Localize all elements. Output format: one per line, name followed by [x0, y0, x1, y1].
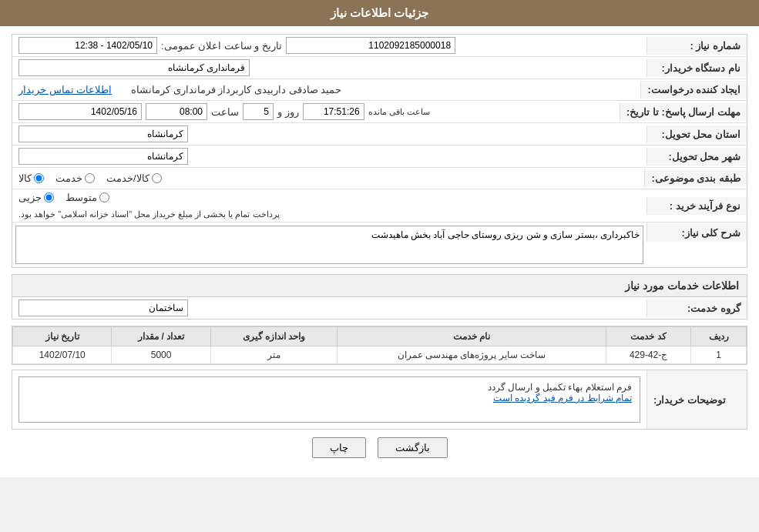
category-kala-label: کالا: [18, 172, 32, 184]
purchase-jozi-radio[interactable]: [44, 192, 54, 202]
col-unit: واحد اندازه گیری: [210, 327, 337, 346]
service-group-section: گروه خدمت:: [12, 297, 747, 320]
deadline-time-input[interactable]: [146, 103, 207, 120]
col-date: تاریخ نیاز: [13, 327, 112, 346]
col-qty: تعداد / مقدار: [112, 327, 210, 346]
deadline-days-input[interactable]: [243, 103, 274, 120]
back-button[interactable]: بازگشت: [378, 437, 448, 458]
buyer-notes-row: توضیحات خریدار: فرم استعلام بهاء تکمیل و…: [12, 370, 747, 429]
buyer-notes-line1: فرم استعلام بهاء تکمیل و ارسال گردد: [27, 382, 632, 393]
cell-date: 1402/07/10: [13, 346, 112, 364]
city-input[interactable]: [18, 148, 188, 165]
category-khedmat-label: خدمت: [55, 172, 82, 184]
category-value-cell: کالا/خدمت خدمت کالا: [12, 170, 644, 186]
buyer-notes-content: فرم استعلام بهاء تکمیل و ارسال گردد تمام…: [18, 376, 640, 423]
province-value-cell: [12, 123, 646, 145]
deadline-time-label: ساعت: [211, 106, 239, 118]
category-kala-khedmat-label: کالا/خدمت: [106, 172, 149, 184]
category-khedmat-radio[interactable]: [85, 173, 95, 183]
service-group-value-cell: [12, 297, 646, 319]
row-need-desc: شرح کلی نیاز: خاکبرداری ،بستر سازی و شن …: [12, 223, 747, 267]
col-row: ردیف: [691, 327, 747, 346]
cell-name: ساخت سایر پروژه‌های مهندسی عمران: [338, 346, 606, 364]
contact-link[interactable]: اطلاعات تماس خریدار: [18, 84, 112, 95]
page-title: جزئیات اطلاعات نیاز: [331, 6, 428, 19]
row-deadline: مهلت ارسال پاسخ: تا تاریخ: ساعت باقی مان…: [12, 101, 747, 123]
purchase-motevaset-label: متوسط: [65, 192, 97, 203]
deadline-days-label: روز و: [277, 106, 299, 118]
col-code: کد خدمت: [606, 327, 691, 346]
deadline-label: مهلت ارسال پاسخ: تا تاریخ:: [620, 103, 747, 121]
province-input[interactable]: [18, 125, 188, 142]
city-value-cell: [12, 146, 646, 167]
main-content: شماره نیاز : تاریخ و ساعت اعلان عمومی: ن…: [0, 26, 759, 477]
buyer-notes-label: توضیحات خریدار:: [646, 370, 747, 429]
province-label: استان محل تحویل:: [646, 125, 747, 143]
need-number-label: شماره نیاز :: [646, 37, 747, 55]
need-number-input[interactable]: [286, 37, 455, 54]
table-row: 1 ج-42-429 ساخت سایر پروژه‌های مهندسی عم…: [13, 346, 747, 364]
row-city: شهر محل تحویل:: [12, 146, 747, 168]
category-kala-radio[interactable]: [34, 173, 44, 183]
category-khedmat-item: خدمت: [55, 172, 95, 184]
row-buyer-name: نام دستگاه خریدار:: [12, 57, 747, 79]
purchase-motevaset-item: متوسط: [65, 192, 109, 203]
services-table-section: ردیف کد خدمت نام خدمت واحد اندازه گیری ت…: [12, 326, 747, 365]
buyer-name-input[interactable]: [18, 59, 250, 76]
row-creator: ایجاد کننده درخواست: حمید صادقی داربیدی …: [12, 79, 747, 101]
row-category: طبقه بندی موضوعی: کالا/خدمت خدمت: [12, 168, 747, 189]
row-need-number: شماره نیاز : تاریخ و ساعت اعلان عمومی:: [12, 35, 747, 57]
announce-label: تاریخ و ساعت اعلان عمومی:: [161, 40, 282, 52]
buyer-notes-line2: تمام شرایط در فرم فید گردیده است: [27, 393, 632, 403]
need-desc-label: شرح کلی نیاز:: [646, 223, 747, 242]
category-label: طبقه بندی موضوعی:: [644, 169, 747, 187]
buttons-row: بازگشت چاپ: [12, 437, 747, 470]
purchase-radio-group: متوسط جزیی: [18, 192, 109, 203]
creator-value: حمید صادقی داربیدی کاربرداز فرمانداری کر…: [131, 84, 341, 95]
category-kala-khedmat-radio[interactable]: [152, 173, 162, 183]
category-kala-khedmat-item: کالا/خدمت: [106, 172, 162, 184]
page-wrapper: جزئیات اطلاعات نیاز شماره نیاز : تاریخ و…: [0, 0, 759, 477]
deadline-value-cell: ساعت باقی مانده روز و ساعت: [12, 101, 620, 122]
page-header: جزئیات اطلاعات نیاز: [0, 0, 759, 26]
services-title: اطلاعات خدمات مورد نیاز: [12, 274, 747, 297]
purchase-type-label: نوع فرآیند خرید :: [646, 197, 747, 215]
deadline-remaining-input[interactable]: [303, 103, 364, 120]
need-number-value-cell: تاریخ و ساعت اعلان عمومی:: [12, 35, 646, 56]
buyer-name-value-cell: [12, 57, 646, 79]
purchase-info: پرداخت تمام یا بخشی از مبلغ خریداز محل "…: [18, 209, 280, 219]
purchase-type-value-cell: متوسط جزیی پرداخت تمام یا بخشی از مبلغ خ…: [12, 189, 646, 222]
cell-unit: متر: [210, 346, 337, 364]
row-purchase-type: نوع فرآیند خرید : متوسط جزیی پرداخت تمام…: [12, 189, 747, 223]
row-service-group: گروه خدمت:: [12, 297, 747, 319]
need-desc-value-cell: خاکبرداری ،بستر سازی و شن ریزی روستای حا…: [12, 223, 646, 267]
cell-code: ج-42-429: [606, 346, 691, 364]
cell-qty: 5000: [112, 346, 210, 364]
creator-label: ایجاد کننده درخواست:: [640, 81, 747, 99]
deadline-remaining-label: ساعت باقی مانده: [368, 107, 430, 117]
buyer-name-label: نام دستگاه خریدار:: [646, 59, 747, 77]
buyer-notes-content-wrapper: فرم استعلام بهاء تکمیل و ارسال گردد تمام…: [12, 370, 646, 429]
service-group-input[interactable]: [18, 299, 188, 316]
purchase-jozi-item: جزیی: [18, 192, 54, 203]
announce-date-input[interactable]: [18, 37, 157, 54]
col-name: نام خدمت: [338, 327, 606, 346]
service-group-label: گروه خدمت:: [646, 299, 747, 317]
main-form: شماره نیاز : تاریخ و ساعت اعلان عمومی: ن…: [12, 34, 747, 268]
purchase-jozi-label: جزیی: [18, 192, 42, 203]
purchase-motevaset-radio[interactable]: [99, 192, 109, 202]
print-button[interactable]: چاپ: [312, 437, 366, 458]
city-label: شهر محل تحویل:: [646, 148, 747, 166]
row-province: استان محل تحویل:: [12, 123, 747, 146]
services-table: ردیف کد خدمت نام خدمت واحد اندازه گیری ت…: [12, 326, 747, 364]
category-kala-item: کالا: [18, 172, 44, 184]
need-desc-textarea[interactable]: خاکبرداری ،بستر سازی و شن ریزی روستای حا…: [15, 226, 643, 264]
deadline-date-input[interactable]: [18, 103, 142, 120]
category-radio-group: کالا/خدمت خدمت کالا: [18, 172, 162, 184]
cell-row: 1: [691, 346, 747, 364]
buyer-notes-section: توضیحات خریدار: فرم استعلام بهاء تکمیل و…: [12, 370, 747, 430]
creator-value-cell: حمید صادقی داربیدی کاربرداز فرمانداری کر…: [12, 82, 640, 98]
